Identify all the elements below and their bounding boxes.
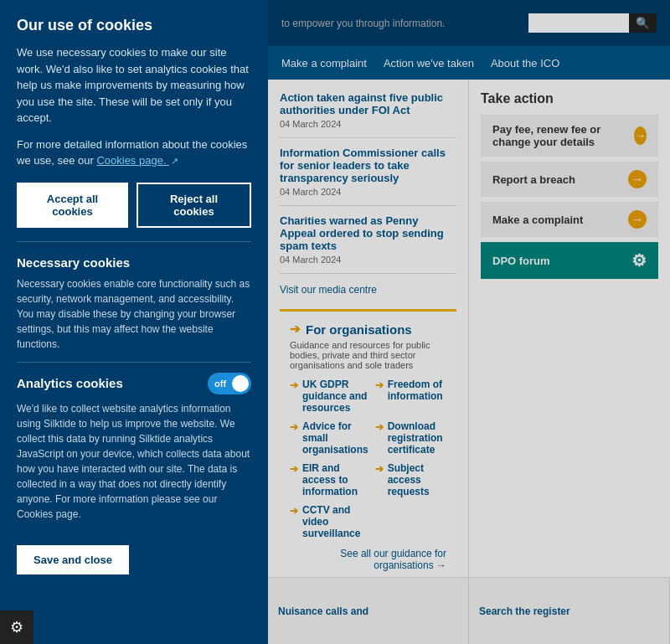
org-link-foi[interactable]: ➔ Freedom of information bbox=[375, 379, 446, 414]
org-arrow-icon-3: ➔ bbox=[290, 421, 298, 433]
media-centre-link[interactable]: Visit our media centre bbox=[280, 284, 377, 296]
take-action-section: Take action Pay fee, renew fee or change… bbox=[481, 91, 658, 279]
news-article-1: Action taken against five public authori… bbox=[280, 91, 456, 138]
org-link-cctv[interactable]: ➔ CCTV and video surveillance bbox=[290, 504, 368, 539]
nav-about-ico[interactable]: About the ICO bbox=[491, 57, 559, 70]
organisations-subtitle: Guidance and resources for public bodies… bbox=[290, 340, 446, 370]
cookies-page-link[interactable]: Cookies page. ↗ bbox=[96, 154, 178, 167]
header-tagline: to empower you through information. bbox=[281, 18, 445, 29]
analytics-cookies-text: We'd like to collect website analytics i… bbox=[17, 401, 251, 522]
news-article-3: Charities warned as Penny Appeal ordered… bbox=[280, 214, 456, 274]
cookie-buttons-container: Accept all cookies Reject all cookies bbox=[17, 183, 251, 228]
nav-make-complaint[interactable]: Make a complaint bbox=[281, 57, 367, 70]
org-arrow-icon-6: ➔ bbox=[375, 463, 384, 475]
org-link-eir[interactable]: ➔ EIR and access to information bbox=[290, 462, 368, 497]
org-arrow-icon-7: ➔ bbox=[290, 505, 298, 517]
dpo-icon: ⚙ bbox=[631, 250, 647, 270]
bottom-card-nuisance: Nuisance calls and bbox=[268, 578, 469, 644]
cookie-divider-2 bbox=[17, 362, 251, 363]
cookie-divider-1 bbox=[17, 241, 251, 242]
cookie-detail-text: For more detailed information about the … bbox=[17, 137, 251, 169]
analytics-toggle-row: Analytics cookies off bbox=[17, 373, 251, 394]
search-button[interactable]: 🔍 bbox=[629, 13, 657, 33]
necessary-cookies-title: Necessary cookies bbox=[17, 255, 251, 270]
settings-gear-button[interactable]: ⚙ bbox=[0, 611, 34, 644]
reject-all-cookies-button[interactable]: Reject all cookies bbox=[137, 183, 251, 228]
cookie-main-description: We use necessary cookies to make our sit… bbox=[17, 44, 251, 126]
pay-fee-button[interactable]: Pay fee, renew fee or change your detail… bbox=[481, 115, 658, 157]
save-and-close-button[interactable]: Save and close bbox=[17, 545, 129, 574]
organisations-title: ➔ For organisations bbox=[290, 322, 446, 337]
make-complaint-arrow-icon: → bbox=[628, 210, 647, 229]
org-link-ukgdpr[interactable]: ➔ UK GDPR guidance and resources bbox=[290, 379, 368, 414]
report-breach-arrow-icon: → bbox=[628, 170, 647, 188]
org-link-download-cert[interactable]: ➔ Download registration certificate bbox=[375, 420, 446, 456]
organisations-grid: ➔ UK GDPR guidance and resources ➔ Freed… bbox=[290, 379, 446, 539]
org-arrow-icon-5: ➔ bbox=[290, 463, 298, 475]
org-arrow-icon-4: ➔ bbox=[375, 421, 384, 433]
news-article-2: Information Commissioner calls for senio… bbox=[280, 147, 456, 206]
analytics-toggle-switch[interactable]: off bbox=[208, 373, 251, 394]
news-article-1-title[interactable]: Action taken against five public authori… bbox=[280, 91, 456, 116]
dpo-forum-button[interactable]: DPO forum ⚙ bbox=[481, 242, 658, 279]
site-nav: Make a complaint Action we've taken Abou… bbox=[268, 46, 670, 80]
analytics-cookies-title: Analytics cookies bbox=[17, 376, 208, 390]
org-arrow-icon-2: ➔ bbox=[375, 379, 384, 391]
news-article-1-date: 04 March 2024 bbox=[280, 119, 456, 129]
org-arrow-icon-1: ➔ bbox=[290, 379, 298, 391]
orgs-arrow-icon: ➔ bbox=[290, 322, 301, 337]
make-complaint-button[interactable]: Make a complaint → bbox=[481, 202, 658, 237]
necessary-cookies-text: Necessary cookies enable core functional… bbox=[17, 276, 251, 352]
take-action-title: Take action bbox=[481, 91, 658, 106]
external-link-icon: ↗ bbox=[171, 154, 178, 168]
organisations-section: ➔ For organisations Guidance and resourc… bbox=[280, 309, 456, 581]
org-link-sar[interactable]: ➔ Subject access requests bbox=[375, 462, 446, 497]
news-article-2-date: 04 March 2024 bbox=[280, 187, 456, 197]
news-article-3-date: 04 March 2024 bbox=[280, 255, 456, 265]
report-breach-button[interactable]: Report a breach → bbox=[481, 162, 658, 197]
site-header: to empower you through information. 🔍 bbox=[268, 0, 670, 46]
accept-all-cookies-button[interactable]: Accept all cookies bbox=[17, 183, 128, 228]
gear-icon: ⚙ bbox=[10, 618, 23, 636]
news-article-3-title[interactable]: Charities warned as Penny Appeal ordered… bbox=[280, 214, 456, 252]
toggle-off-label: off bbox=[214, 379, 226, 389]
news-articles: Action taken against five public authori… bbox=[280, 91, 456, 296]
news-article-2-title[interactable]: Information Commissioner calls for senio… bbox=[280, 147, 456, 184]
search-container: 🔍 bbox=[528, 13, 657, 33]
see-all-organisations-link[interactable]: See all our guidance for organisations → bbox=[290, 548, 446, 571]
pay-fee-arrow-icon: → bbox=[634, 126, 647, 145]
cookie-panel-title: Our use of cookies bbox=[17, 17, 251, 34]
cookie-panel: Our use of cookies We use necessary cook… bbox=[0, 0, 268, 644]
org-link-small-orgs[interactable]: ➔ Advice for small organisations bbox=[290, 420, 368, 456]
bottom-card-register[interactable]: Search the register bbox=[469, 578, 670, 644]
search-input[interactable] bbox=[528, 13, 629, 33]
nav-action-taken[interactable]: Action we've taken bbox=[384, 57, 474, 70]
